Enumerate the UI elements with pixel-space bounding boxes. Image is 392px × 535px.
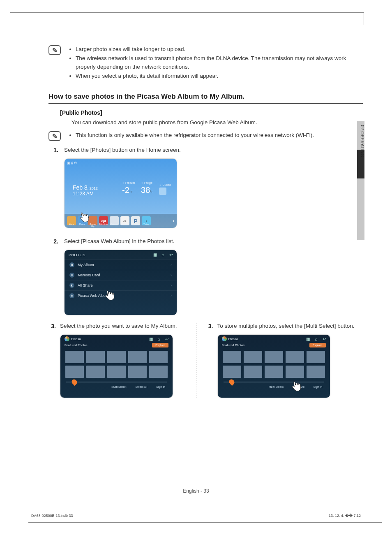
photo-thumb[interactable]	[307, 366, 325, 378]
home-icon[interactable]: ⌂	[158, 337, 160, 341]
photo-thumb[interactable]	[107, 366, 126, 378]
pointer-hand-icon	[103, 289, 116, 303]
step-number: 2.	[48, 238, 64, 245]
pointer-hand-icon	[77, 210, 91, 225]
photo-thumb[interactable]	[65, 366, 84, 378]
step-text: Select the [Photos] button on the Home s…	[64, 147, 363, 153]
crop-mark	[364, 12, 364, 25]
photo-thumb[interactable]	[307, 351, 325, 363]
back-icon[interactable]: ↩	[169, 252, 173, 257]
grid-icon[interactable]: ▦	[153, 252, 157, 257]
pointer-hand-icon	[289, 380, 302, 394]
step-text: Select [Picasa Web Album] in the Photos …	[64, 238, 363, 245]
screenshot-picasa-multiselect: Picasa▦⌂↩ Featured PhotosExplore Multi S…	[217, 334, 330, 398]
back-icon[interactable]: ↩	[165, 337, 168, 341]
photo-thumb[interactable]	[149, 351, 168, 363]
page-slider[interactable]	[224, 380, 324, 384]
print-metadata: DA68-02500B-13.indb 33 13. 12. 4. �� 7:1…	[31, 514, 361, 518]
photo-thumb[interactable]	[244, 351, 262, 363]
section-rule	[48, 103, 363, 104]
photo-thumb[interactable]	[149, 366, 168, 378]
note-item: This function is only available when the…	[76, 131, 314, 139]
crop-mark	[24, 510, 24, 523]
grid-icon[interactable]: ▦	[149, 337, 153, 341]
print-timestamp: 13. 12. 4. �� 7:12	[329, 514, 361, 518]
grid-icon[interactable]: ▦	[306, 337, 310, 341]
sub-intro-text: You can download and store public photos…	[71, 119, 363, 125]
photo-thumb[interactable]	[223, 366, 241, 378]
page-slider[interactable]	[66, 380, 167, 384]
home-icon[interactable]: ⌂	[162, 252, 164, 257]
crop-mark	[28, 522, 382, 523]
explore-button[interactable]: Explore	[152, 343, 168, 347]
picasa-logo-icon	[65, 336, 69, 341]
notes-mid: This function is only available when the…	[68, 131, 314, 140]
photo-thumb[interactable]	[86, 366, 105, 378]
photo-thumb[interactable]	[286, 351, 304, 363]
page-footer: English - 33	[0, 488, 392, 494]
list-item-memory-card[interactable]: ▤Memory Card›	[65, 270, 177, 280]
step-number: 1.	[48, 147, 64, 153]
list-item-allshare[interactable]: ◐All Share›	[65, 280, 177, 290]
print-file: DA68-02500B-13.indb 33	[31, 514, 73, 518]
photo-thumb[interactable]	[244, 366, 262, 378]
photo-thumb[interactable]	[128, 351, 147, 363]
note-item: When you select a photo, its detail info…	[76, 72, 363, 80]
note-item: Larger photo sizes will take longer to u…	[76, 45, 363, 53]
photo-thumb[interactable]	[265, 366, 283, 378]
photos-header-title: PHOTOS	[69, 253, 85, 257]
featured-label: Featured Photos	[65, 343, 87, 347]
explore-button[interactable]: Explore	[309, 343, 326, 347]
appbar-next-icon[interactable]: ›	[173, 218, 174, 224]
list-item-picasa[interactable]: ◉Picasa Web Album›	[65, 290, 177, 301]
signin-button[interactable]: Sign In	[314, 385, 323, 388]
freezer-temp: ⚬ Freezer-2°F	[122, 181, 135, 195]
multiselect-button[interactable]: Multi Select	[269, 385, 284, 388]
featured-label: Featured Photos	[222, 343, 244, 347]
photo-thumb[interactable]	[128, 366, 147, 378]
photo-thumb[interactable]	[286, 366, 304, 378]
photo-thumb[interactable]	[265, 351, 283, 363]
photo-thumb[interactable]	[86, 351, 105, 363]
note-item: The wireless network is used to transmit…	[76, 54, 363, 71]
signin-button[interactable]: Sign In	[156, 385, 165, 388]
back-icon[interactable]: ↩	[323, 337, 326, 341]
home-date: Feb 8, 2012	[73, 184, 98, 191]
note-icon: ✎	[48, 131, 64, 141]
photo-thumb[interactable]	[107, 351, 126, 363]
screenshot-home-screen: ▣ ⎙ ⚙ Feb 8, 2012 11:23 AM ⚬ Freezer-2°F…	[64, 158, 177, 228]
home-icon[interactable]: ⌂	[315, 337, 317, 341]
step-number: 3.	[48, 323, 60, 329]
photo-thumb[interactable]	[223, 351, 241, 363]
column-divider	[196, 323, 196, 398]
multiselect-button[interactable]: Multi Select	[111, 385, 126, 388]
home-time: 11:23 AM	[73, 191, 98, 197]
step-text: To store multiple photos, select the [Mu…	[217, 323, 363, 329]
sub-heading: [Public Photos]	[60, 109, 363, 116]
notes-top: Larger photo sizes will take longer to u…	[68, 45, 363, 81]
photo-thumb[interactable]	[65, 351, 84, 363]
fridge-temp: ⚬ Fridge38°F	[141, 181, 153, 195]
crop-mark	[10, 12, 364, 13]
list-item-my-album[interactable]: ▣My Album›	[65, 259, 177, 270]
screenshot-photos-list: PHOTOS ▦⌂↩ ▣My Album› ▤Memory Card› ◐All…	[64, 250, 177, 315]
ice-mode: ⚬ Cubed	[159, 183, 171, 195]
picasa-logo-icon	[222, 336, 227, 341]
selectall-button[interactable]: Select All	[135, 385, 147, 388]
screenshot-picasa-grid: Picasa▦⌂↩ Featured PhotosExplore Multi S…	[60, 334, 173, 398]
step-number: 3.	[206, 323, 217, 329]
note-icon: ✎	[48, 45, 64, 55]
status-icons: ▣ ⎙ ⚙	[67, 161, 77, 165]
step-text: Select the photo you want to save to My …	[60, 323, 206, 329]
section-title: How to save photos in the Picasa Web Alb…	[48, 93, 363, 101]
